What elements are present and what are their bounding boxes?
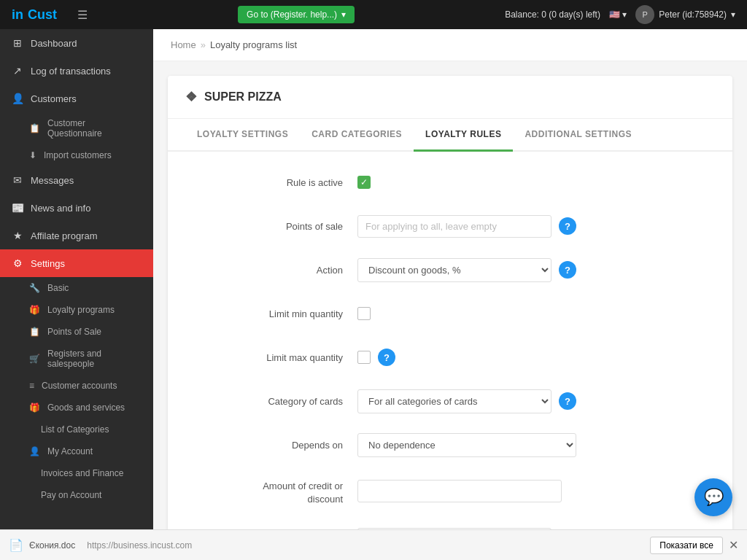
action-select[interactable]: Discount on goods, % (357, 258, 551, 282)
amount-input[interactable]: 0 (357, 480, 562, 502)
chat-fab-button[interactable]: 💬 (694, 478, 732, 516)
action-help-button[interactable]: ? (559, 261, 576, 279)
sidebar-item-invoices[interactable]: Invoices and Finance (0, 462, 153, 484)
breadcrumb-home[interactable]: Home (171, 39, 196, 50)
topbar-right: Balance: 0 (0 day(s) left) 🇺🇸 ▾ P Peter … (505, 5, 735, 24)
sidebar-item-affiliate[interactable]: ★ Affilate program (0, 222, 153, 249)
sidebar-item-label: Points of Sale (47, 327, 101, 337)
main-content: Home » Loyalty programs list ❖ SUPER PIZ… (153, 29, 747, 529)
show-all-button[interactable]: Показати все (650, 537, 723, 554)
my-account-icon: 👤 (29, 446, 40, 456)
sidebar-item-list-categories[interactable]: List of Categories (0, 419, 153, 440)
depends-on-select[interactable]: No dependence (357, 433, 576, 457)
sidebar-item-label: Settings (31, 258, 65, 269)
sidebar-item-customer-accounts[interactable]: ≡ Customer accounts (0, 375, 153, 397)
sidebar-item-label: Loyalty programs (47, 305, 115, 315)
card-category-select[interactable]: For all categories of cards (357, 389, 551, 413)
logo: inCust (12, 7, 57, 23)
sidebar-item-label: Customer accounts (42, 381, 117, 391)
sidebar-item-news[interactable]: 📰 News and info (0, 194, 153, 222)
sidebar-item-goods[interactable]: 🎁 Goods and services (0, 397, 153, 419)
messages-icon: ✉ (12, 174, 23, 186)
import-icon: ⬇ (29, 150, 36, 160)
pos-input[interactable] (357, 215, 551, 238)
limit-min-control (357, 307, 562, 320)
sidebar-item-label: Affilate program (31, 230, 98, 241)
registers-icon: 🛒 (29, 354, 40, 364)
goto-button[interactable]: Go to (Register. help...) (238, 6, 355, 23)
tab-loyalty-settings[interactable]: LOYALTY SETTINGS (185, 119, 300, 152)
sidebar-item-label: Import customers (44, 150, 112, 160)
questionnaire-icon: 📋 (29, 123, 40, 133)
limit-max-label: Limit max quantity (212, 352, 357, 363)
sidebar-item-label: Basic (47, 283, 69, 293)
log-icon: ↗ (12, 65, 23, 77)
sidebar-item-dashboard[interactable]: ⊞ Dashboard (0, 29, 153, 57)
sidebar-item-pay-account[interactable]: Pay on Account (0, 484, 153, 506)
avatar: P (635, 5, 654, 24)
menu-icon[interactable]: ☰ (77, 8, 88, 22)
sidebar-item-label: Customers (31, 93, 77, 104)
user-name: Peter (id:758942) (659, 9, 727, 20)
sidebar-item-messages[interactable]: ✉ Messages (0, 166, 153, 194)
sidebar-item-registers[interactable]: 🛒 Registers and salespeople (0, 343, 153, 375)
customers-icon: 👤 (12, 93, 23, 104)
sidebar: ⊞ Dashboard ↗ Log of transactions 👤 Cust… (0, 29, 153, 529)
breadcrumb-current: Loyalty programs list (210, 39, 297, 50)
language-selector[interactable]: 🇺🇸 ▾ (609, 9, 627, 20)
settings-icon: ⚙ (12, 257, 23, 269)
pos-label: Points of sale (212, 221, 357, 232)
rule-active-label: Rule is active (212, 177, 357, 188)
sidebar-item-customers[interactable]: 👤 Customers (0, 85, 153, 112)
card-category-help-button[interactable]: ? (559, 392, 576, 410)
sidebar-item-settings[interactable]: ⚙ Settings (0, 249, 153, 277)
main-layout: ⊞ Dashboard ↗ Log of transactions 👤 Cust… (0, 29, 747, 529)
rule-active-checkbox[interactable]: ✓ (357, 176, 371, 189)
form-row-depends-on: Depends on No dependence (212, 432, 689, 458)
bottom-url: https://business.incust.com (87, 540, 192, 551)
pos-input-group: ? (357, 215, 576, 238)
limit-max-group: ? (357, 349, 576, 366)
apply-categories-label: Apply to categories ofgoods (212, 524, 357, 529)
sidebar-item-label: My Account (47, 446, 93, 456)
card-category-label: Category of cards (212, 396, 357, 407)
form-row-limit-min: Limit min quantity (212, 300, 689, 327)
sidebar-item-label: Goods and services (47, 402, 125, 413)
limit-max-checkbox[interactable] (357, 351, 371, 364)
card-category-group: For all categories of cards ? (357, 389, 576, 413)
tab-card-categories[interactable]: CARD CATEGORIES (300, 119, 414, 152)
sidebar-item-log-transactions[interactable]: ↗ Log of transactions (0, 57, 153, 85)
sidebar-item-label: Registers and salespeople (47, 349, 142, 369)
tabs-bar: LOYALTY SETTINGS CARD CATEGORIES LOYALTY… (168, 119, 732, 152)
tab-additional-settings[interactable]: ADDITIONAL SETTINGS (513, 119, 643, 152)
page-title: SUPER PIZZA (204, 90, 282, 104)
limit-max-help-button[interactable]: ? (378, 349, 395, 366)
chat-icon: 💬 (704, 488, 724, 507)
sidebar-item-label: News and info (31, 203, 90, 214)
close-bar-button[interactable]: ✕ (729, 538, 738, 552)
balance-text: Balance: 0 (0 day(s) left) (505, 9, 600, 20)
tab-loyalty-rules[interactable]: LOYALTY RULES (414, 119, 513, 152)
form-row-limit-max: Limit max quantity ? (212, 344, 689, 370)
pos-help-button[interactable]: ? (559, 217, 576, 235)
bottom-bar-right: Показати все ✕ (650, 537, 738, 554)
rule-active-control: ✓ (357, 176, 562, 189)
sidebar-item-basic[interactable]: 🔧 Basic (0, 277, 153, 299)
accounts-icon: ≡ (29, 381, 34, 391)
limit-min-checkbox[interactable] (357, 307, 371, 320)
user-menu[interactable]: P Peter (id:758942) ▾ (635, 5, 735, 24)
sidebar-item-loyalty-programs[interactable]: 🎁 Loyalty programs (0, 299, 153, 321)
limit-min-label: Limit min quantity (212, 308, 357, 319)
card-header: ❖ SUPER PIZZA (168, 76, 732, 119)
sidebar-item-pos[interactable]: 📋 Points of Sale (0, 321, 153, 343)
form-row-amount: Amount of credit ordiscount 0 (212, 475, 689, 506)
breadcrumb-sep: » (201, 39, 206, 50)
form-row-pos: Points of sale ? (212, 213, 689, 239)
topbar-center: Go to (Register. help...) (238, 6, 355, 23)
action-select-group: Discount on goods, % ? (357, 258, 576, 282)
sidebar-item-my-account[interactable]: 👤 My Account (0, 440, 153, 462)
basic-icon: 🔧 (29, 283, 40, 293)
sidebar-item-import[interactable]: ⬇ Import customers (0, 144, 153, 166)
bottom-bar-left: 📄 Єкония.doc https://business.incust.com (9, 538, 192, 552)
sidebar-item-questionnaire[interactable]: 📋 Customer Questionnaire (0, 112, 153, 144)
